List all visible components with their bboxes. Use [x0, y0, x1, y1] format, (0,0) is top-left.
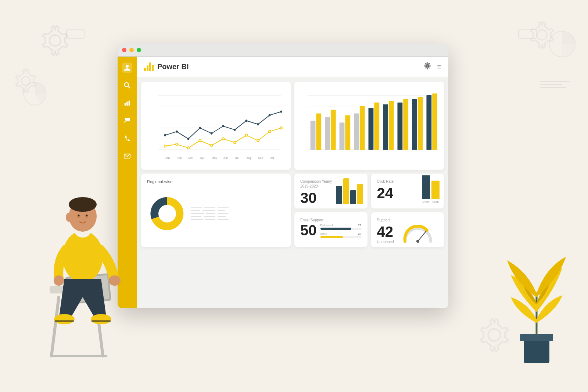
plant-illustration	[500, 238, 573, 367]
svg-text:Feb: Feb	[177, 156, 182, 160]
sidebar-icon-mail[interactable]	[122, 151, 132, 161]
svg-point-43	[187, 147, 190, 149]
svg-point-92	[78, 215, 80, 217]
regional-legend	[191, 207, 285, 220]
email-support-title: Email Support	[300, 218, 362, 222]
svg-point-40	[280, 111, 282, 113]
svg-text:Oct: Oct	[270, 156, 275, 160]
svg-text:Mar: Mar	[189, 156, 194, 160]
svg-line-102	[518, 282, 537, 312]
svg-rect-72	[412, 99, 417, 150]
svg-point-44	[199, 140, 201, 142]
svg-rect-66	[369, 108, 374, 150]
small-cards-grid: Comparision Yearly 2019-2020 30	[294, 174, 444, 247]
line-chart-svg: Jan Feb Mar Apr May Jun Jul Aug Sep Oct	[147, 88, 285, 165]
svg-point-4	[549, 31, 575, 57]
regional-content	[147, 193, 285, 234]
svg-point-31	[176, 131, 178, 133]
svg-line-80	[96, 297, 103, 356]
svg-point-35	[222, 125, 224, 127]
support-card: Support 42 Unopened	[371, 212, 444, 247]
support-gauge	[398, 223, 438, 245]
click-rate-click-label: Click	[432, 200, 438, 203]
svg-text:Apr: Apr	[200, 156, 205, 160]
svg-point-38	[257, 123, 259, 125]
svg-rect-11	[129, 101, 130, 106]
svg-text:Aug: Aug	[246, 156, 251, 160]
line-chart-card: Jan Feb Mar Apr May Jun Jul Aug Sep Oct	[141, 82, 291, 170]
support-title: Support	[377, 218, 438, 222]
svg-text:Jun: Jun	[223, 156, 228, 160]
svg-rect-60	[325, 117, 330, 150]
window-titlebar	[118, 43, 448, 57]
support-value: 42	[377, 224, 394, 239]
svg-point-47	[234, 141, 236, 143]
app-header: Power BI ≡	[137, 57, 448, 77]
email-support-card: Email Support 50 Delivered 22	[294, 212, 368, 247]
delivered-value: 22	[358, 224, 362, 227]
svg-rect-10	[126, 101, 128, 106]
svg-rect-82	[50, 286, 103, 293]
svg-point-94	[66, 213, 72, 222]
svg-point-86	[62, 231, 103, 282]
svg-rect-74	[426, 95, 431, 150]
donut-chart	[147, 193, 187, 234]
svg-rect-64	[354, 113, 359, 150]
support-subtitle: Unopened	[377, 240, 394, 244]
window-minimize-dot[interactable]	[129, 48, 134, 52]
sidebar	[118, 57, 137, 308]
svg-point-90	[77, 214, 80, 218]
svg-point-98	[91, 314, 111, 324]
svg-rect-67	[374, 103, 379, 150]
svg-rect-100	[520, 334, 553, 341]
dashboard-grid: Jan Feb Mar Apr May Jun Jul Aug Sep Oct	[137, 77, 448, 308]
svg-point-32	[187, 138, 190, 140]
svg-point-76	[158, 205, 176, 222]
svg-point-50	[269, 131, 271, 133]
svg-point-34	[211, 132, 213, 135]
click-rate-open-label: Open	[422, 200, 430, 203]
window-close-dot[interactable]	[122, 48, 126, 52]
svg-point-36	[234, 129, 236, 131]
sidebar-icon-phone[interactable]	[122, 133, 132, 143]
logo-icon	[144, 63, 154, 71]
svg-line-103	[537, 282, 555, 312]
svg-line-77	[418, 231, 426, 241]
svg-point-48	[245, 134, 247, 136]
settings-icon[interactable]	[424, 62, 431, 71]
svg-rect-71	[403, 99, 408, 150]
svg-rect-59	[316, 113, 321, 150]
svg-rect-63	[345, 115, 350, 150]
svg-rect-61	[331, 110, 336, 150]
svg-rect-73	[418, 97, 423, 150]
svg-rect-75	[432, 93, 437, 150]
svg-point-96	[54, 275, 64, 286]
sidebar-icon-chat[interactable]	[122, 115, 132, 126]
svg-point-33	[199, 127, 201, 129]
main-content: Power BI ≡	[137, 57, 448, 308]
window-maximize-dot[interactable]	[137, 48, 141, 52]
bar-chart-card	[294, 82, 444, 170]
svg-point-88	[69, 201, 97, 232]
sidebar-icon-person[interactable]	[122, 63, 132, 73]
svg-rect-62	[340, 122, 345, 150]
comparison-mini-bars	[336, 178, 363, 204]
svg-point-46	[222, 138, 224, 140]
email-support-value: 50	[300, 223, 317, 238]
sidebar-icon-chart[interactable]	[122, 98, 132, 108]
header-actions: ≡	[424, 62, 441, 71]
svg-rect-68	[383, 104, 388, 150]
click-rate-card: Click Rate 24 Open	[371, 174, 444, 209]
svg-rect-99	[524, 338, 549, 363]
menu-icon[interactable]: ≡	[437, 64, 441, 70]
svg-point-78	[416, 240, 419, 243]
sidebar-icon-search[interactable]	[122, 80, 132, 90]
svg-point-1	[21, 76, 30, 85]
svg-text:May: May	[212, 156, 217, 160]
powerbi-window: Power BI ≡	[118, 43, 448, 308]
svg-rect-85	[67, 275, 109, 302]
delivered-label: Delivered	[320, 224, 333, 227]
svg-point-39	[269, 114, 271, 116]
svg-rect-83	[94, 246, 98, 290]
svg-point-87	[75, 224, 91, 238]
